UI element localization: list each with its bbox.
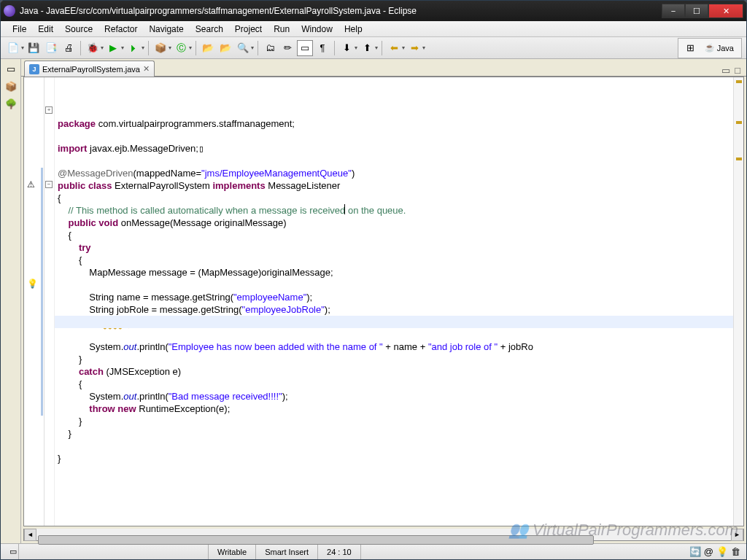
run-button[interactable]: ▶ <box>105 40 121 56</box>
trim-tip-icon[interactable]: 💡 <box>716 546 728 557</box>
toggle-block-button[interactable]: ▭ <box>297 40 313 56</box>
new-package-button[interactable]: 📦 <box>152 40 169 56</box>
scroll-left-button[interactable]: ◄ <box>24 529 36 541</box>
menu-refactor[interactable]: Refactor <box>98 23 143 36</box>
scroll-right-button[interactable]: ► <box>731 529 743 541</box>
fold-ruler[interactable]: + − <box>44 77 55 526</box>
warning-marker[interactable]: ⚠ <box>27 179 37 190</box>
open-task-button[interactable]: 📂 <box>217 40 233 56</box>
tab-close-button[interactable]: ✕ <box>143 64 150 74</box>
menu-project[interactable]: Project <box>229 23 268 36</box>
search-button[interactable]: 🔍 <box>235 40 251 56</box>
restore-view-icon[interactable]: ▭ <box>4 62 18 75</box>
horizontal-scrollbar[interactable]: ◄ ► <box>23 529 744 541</box>
save-all-button[interactable]: 📑 <box>43 40 59 56</box>
toolbar: 📄▾ 💾 📑 🖨 🐞▾ ▶▾ ⏵▾ 📦▾ Ⓒ▾ 📂 📂 🔍▾ 🗂 ✏ ▭ ¶ ⬇… <box>1 37 746 59</box>
menu-help[interactable]: Help <box>338 23 368 36</box>
back-button[interactable]: ⬅ <box>386 40 402 56</box>
show-whitespace-button[interactable]: ¶ <box>314 40 330 56</box>
menu-navigate[interactable]: Navigate <box>143 23 189 36</box>
menu-search[interactable]: Search <box>190 23 229 36</box>
trim-gc-icon[interactable]: 🗑 <box>731 546 740 557</box>
scroll-thumb[interactable] <box>38 535 594 545</box>
save-button[interactable]: 💾 <box>26 40 42 56</box>
warning-marker[interactable]: 💡 <box>27 279 37 289</box>
window-title: Java - JavaEE/src/com/virtualpairprogram… <box>20 6 662 16</box>
tab-title: ExternalPayrollSystem.java <box>42 65 140 74</box>
menu-window[interactable]: Window <box>295 23 338 36</box>
menu-source[interactable]: Source <box>59 23 98 36</box>
print-button[interactable]: 🖨 <box>61 40 77 56</box>
debug-button[interactable]: 🐞 <box>85 40 101 56</box>
trim-sync-icon[interactable]: @ <box>704 546 713 557</box>
menu-edit[interactable]: Edit <box>32 23 59 36</box>
forward-button[interactable]: ➡ <box>406 40 422 56</box>
debug-dropdown[interactable]: ▾ <box>101 44 104 51</box>
overview-ruler[interactable] <box>733 77 743 526</box>
change-marker <box>41 168 43 416</box>
marker-ruler[interactable]: ⚠ 💡 <box>24 77 44 526</box>
status-position: 24 : 10 <box>318 544 361 559</box>
editor-tab-active[interactable]: J ExternalPayrollSystem.java ✕ <box>24 61 155 77</box>
titlebar[interactable]: Java - JavaEE/src/com/virtualpairprogram… <box>1 1 746 21</box>
java-perspective-button[interactable]: ☕ Java <box>702 42 737 53</box>
run-dropdown[interactable]: ▾ <box>121 44 124 51</box>
menu-run[interactable]: Run <box>268 23 295 36</box>
eclipse-icon <box>4 5 15 17</box>
minimize-button[interactable] <box>662 4 685 18</box>
statusbar: ▭ Writable Smart Insert 24 : 10 🔄 @ 💡 🗑 <box>1 543 746 559</box>
maximize-view-icon[interactable]: □ <box>735 65 740 76</box>
new-button[interactable]: 📄 <box>5 40 21 56</box>
minimize-view-icon[interactable]: ▭ <box>721 65 730 76</box>
menu-file[interactable]: File <box>7 23 32 36</box>
toggle-mark-button[interactable]: ✏ <box>279 40 295 56</box>
current-line-highlight <box>55 316 733 328</box>
next-annotation-button[interactable]: ⬇ <box>338 40 355 56</box>
prev-annotation-button[interactable]: ⬆ <box>359 40 375 56</box>
package-explorer-icon[interactable]: 📦 <box>4 79 18 93</box>
overview-warning[interactable] <box>736 121 742 124</box>
fastview-icon[interactable]: ▭ <box>1 544 19 559</box>
trim-updates-icon[interactable]: 🔄 <box>689 546 701 557</box>
editor-tabs: J ExternalPayrollSystem.java ✕ ▭ □ <box>21 59 746 77</box>
java-file-icon: J <box>29 64 39 74</box>
toggle-breadcrumb-button[interactable]: 🗂 <box>262 40 278 56</box>
overview-warning[interactable] <box>736 80 742 83</box>
code-text[interactable]: package com.virtualpairprogrammers.staff… <box>55 77 733 526</box>
status-writable: Writable <box>209 544 256 559</box>
menubar: File Edit Source Refactor Navigate Searc… <box>1 21 746 37</box>
overview-warning[interactable] <box>736 158 742 160</box>
status-insert: Smart Insert <box>256 544 318 559</box>
fold-expand-button[interactable]: + <box>45 106 53 114</box>
open-perspective-button[interactable]: ⊞ <box>683 40 699 56</box>
hierarchy-icon[interactable]: 🌳 <box>4 97 18 110</box>
open-type-button[interactable]: 📂 <box>200 40 216 56</box>
java-perspective-icon: ☕ <box>705 43 715 52</box>
new-dropdown[interactable]: ▾ <box>21 44 24 51</box>
status-message <box>19 544 209 559</box>
perspective-switcher: ⊞ ☕ Java <box>678 38 742 58</box>
text-cursor <box>344 204 345 214</box>
left-trim: ▭ 📦 🌳 <box>1 59 21 543</box>
run-last-dropdown[interactable]: ▾ <box>142 44 144 51</box>
new-class-button[interactable]: Ⓒ <box>173 40 189 56</box>
run-last-button[interactable]: ⏵ <box>125 40 142 56</box>
fold-collapse-button[interactable]: − <box>45 181 53 188</box>
maximize-button[interactable] <box>685 4 708 18</box>
close-button[interactable] <box>708 4 743 18</box>
editor[interactable]: ⚠ 💡 + − package com.virtualpairprogramme… <box>23 77 744 526</box>
